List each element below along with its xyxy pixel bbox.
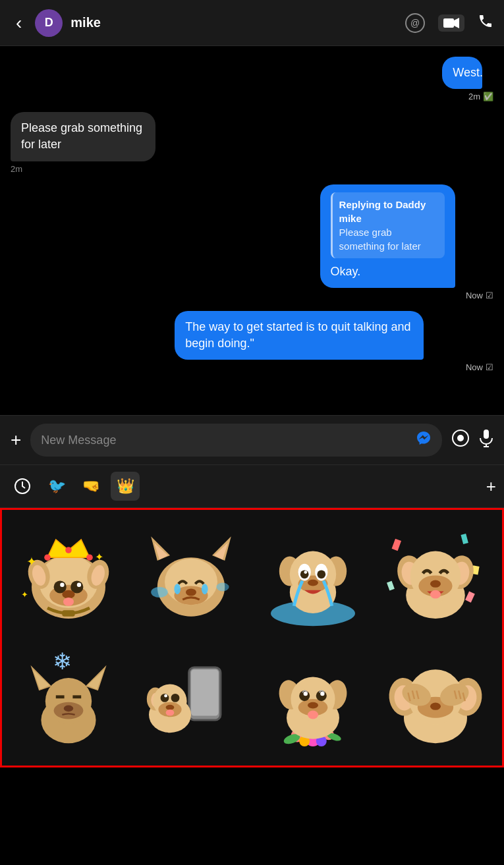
sticker-pug-flood[interactable] [252,515,375,638]
svg-point-123 [430,702,441,710]
message-1: West. 2m ✅ [11,57,493,101]
svg-point-106 [308,702,318,708]
add-attachment-button[interactable]: + [11,431,21,449]
svg-rect-28 [62,610,74,617]
sticker-pug-celebrate[interactable] [374,515,497,638]
message-input-wrapper[interactable]: New Message [30,424,442,457]
svg-point-24 [86,554,93,561]
svg-marker-1 [454,18,459,28]
message-time: Now ☑ [320,291,493,300]
svg-rect-53 [392,539,401,551]
message-input[interactable]: New Message [41,433,410,447]
svg-rect-4 [484,430,489,439]
svg-point-23 [65,547,72,553]
bubble-in: Please grab something for later [11,112,155,161]
svg-point-107 [308,710,318,719]
message-time-2: Now ☑ [175,362,493,372]
svg-point-65 [430,580,441,587]
sticker-add-button[interactable]: + [486,476,496,497]
header-actions: @ [405,13,493,33]
message-2: Please grab something for later 2m [11,112,493,173]
svg-point-14 [77,582,81,586]
svg-point-39 [151,587,168,598]
sticker-pug-coverface[interactable] [374,638,497,760]
message-3: Replying to Daddy mike Please grab somet… [11,184,493,300]
reply-preview: Please grab something for later [339,225,438,253]
sticker-pug-mirror[interactable] [130,638,252,760]
svg-point-50 [318,570,326,578]
reply-quote: Replying to Daddy mike Please grab somet… [331,192,445,258]
svg-point-13 [60,582,64,586]
svg-text:✦: ✦ [95,551,103,563]
svg-point-36 [174,584,181,594]
svg-point-66 [430,590,441,599]
svg-rect-79 [191,669,219,715]
sent-receipt-icon-2: ☑ [486,362,493,372]
mic-button[interactable] [479,429,493,452]
sticker-grid: ✦ ✦ ✦ [0,508,504,767]
chat-messages: West. 2m ✅ Please grab something for lat… [0,46,504,415]
sticker-panel: 🐦 🤜 👑 + [0,464,504,767]
avatar: D [35,9,63,37]
contact-name: mike [70,15,397,30]
svg-rect-0 [443,18,454,28]
svg-point-16 [63,598,74,606]
bubble-out-reply: Replying to Daddy mike Please grab somet… [320,184,455,288]
svg-rect-57 [465,591,475,602]
message-time: 2m ✅ [442,92,493,101]
svg-point-52 [308,580,318,586]
svg-point-88 [165,704,174,710]
sticker-tabs: 🐦 🤜 👑 + [0,465,504,508]
sticker-tab-pack3[interactable]: 👑 [111,472,140,501]
sticker-pug-cry[interactable] [130,515,252,638]
message-input-bar: + New Message [0,415,504,464]
sticker-tab-pack2[interactable]: 🤜 [76,472,105,501]
bubble-out: West. [442,57,482,89]
messenger-icon [416,430,432,450]
svg-text:✦: ✦ [26,555,37,569]
svg-rect-54 [461,534,468,544]
svg-point-3 [457,435,464,441]
svg-point-77 [64,705,73,712]
sticker-tab-recent[interactable] [8,472,37,501]
sticker-pug-freeze[interactable]: ❄ [7,638,130,760]
svg-rect-56 [387,581,395,591]
camera-button[interactable] [451,429,470,452]
video-call-button[interactable] [438,14,464,32]
sticker-pug-crown[interactable]: ✦ ✦ ✦ [7,515,130,638]
svg-point-51 [304,571,308,574]
svg-point-86 [171,694,179,702]
read-receipt-icon: ✅ [483,92,493,101]
svg-point-15 [62,590,74,599]
reply-author: Replying to Daddy mike [339,198,438,225]
svg-point-87 [164,694,167,697]
mention-button[interactable]: @ [405,13,425,33]
sticker-tab-pack1[interactable]: 🐦 [42,472,71,501]
svg-point-89 [165,710,174,716]
svg-point-40 [216,582,229,591]
back-button[interactable]: ‹ [11,10,27,36]
message-4: The way to get started is to quit talkin… [11,311,493,372]
sticker-pug-flower[interactable] [252,638,375,760]
bubble-out-2: The way to get started is to quit talkin… [175,311,423,360]
chat-header: ‹ D mike @ [0,0,504,46]
sent-receipt-icon: ☑ [486,291,493,300]
svg-point-37 [202,584,208,594]
phone-button[interactable] [478,13,493,33]
svg-text:❄: ❄ [53,648,72,674]
svg-point-22 [44,554,51,561]
message-time: 2m [11,164,196,174]
svg-text:✦: ✦ [21,590,28,600]
svg-point-38 [186,588,196,596]
